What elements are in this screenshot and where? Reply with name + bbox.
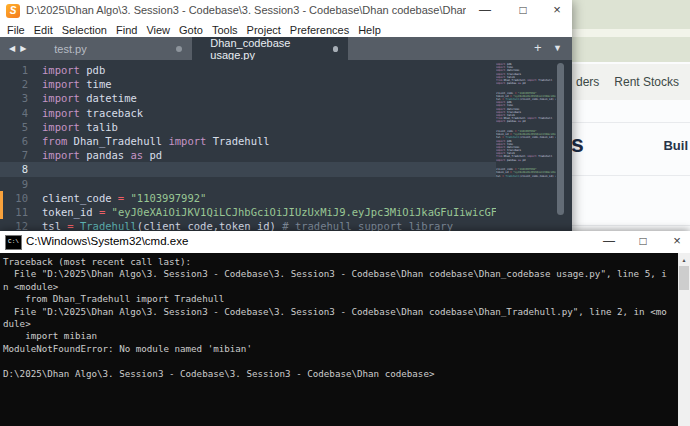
code-area[interactable]: 1import pdb2import time3import datetime4…: [0, 63, 572, 233]
editor-scrollbar[interactable]: [557, 63, 564, 215]
code-line: 8: [0, 162, 556, 176]
console-line: File "D:\2025\Dhan Algo\3. Session3 - Co…: [3, 306, 690, 318]
line-number: 7: [0, 148, 42, 162]
line-number: 4: [0, 106, 42, 120]
menu-help[interactable]: Help: [358, 24, 381, 36]
cmd-window: C:\ C:\Windows\System32\cmd.exe — □ × Tr…: [0, 231, 690, 426]
webpage-banner: [556, 0, 690, 62]
console-output[interactable]: Traceback (most recent call last): File …: [0, 253, 690, 426]
minimize-icon[interactable]: —: [594, 231, 624, 253]
line-number: 6: [0, 134, 42, 148]
divider: [556, 225, 690, 226]
nav-item[interactable]: Rent Stocks: [614, 75, 679, 89]
maximize-icon[interactable]: □: [508, 0, 538, 22]
menu-preferences[interactable]: Preferences: [290, 24, 349, 36]
sublime-icon: S: [6, 4, 20, 18]
line-number: 8: [0, 162, 42, 176]
line-number: 5: [0, 120, 42, 134]
code-line: 11token_id = "eyJ0eXAiOiJKV1QiLCJhbGciOi…: [0, 205, 496, 219]
menu-find[interactable]: Find: [116, 24, 137, 36]
modified-dot-icon: [176, 46, 182, 52]
tab-overflow-icon[interactable]: ▼: [553, 43, 562, 53]
code-line: 3import datetime: [0, 91, 496, 105]
background-webpage: dersRent StocksM s Buil: [556, 0, 690, 256]
cmd-window-title: C:\Windows\System32\cmd.exe: [26, 235, 188, 247]
scrollbar-thumb[interactable]: [679, 266, 689, 290]
code-line: 5import talib: [0, 120, 496, 134]
tab-dhan_codebase-usage.py[interactable]: Dhan_codebase usage.py: [192, 37, 348, 60]
console-line: dule>: [3, 318, 690, 330]
modified-lines-marker: [0, 191, 3, 219]
webpage-banner-band: [556, 29, 690, 37]
tab-test.py[interactable]: test.py: [36, 37, 192, 60]
code-line: 2import time: [0, 77, 496, 91]
scroll-up-icon[interactable]: ▲: [678, 255, 690, 265]
code-line: 10client_code = "1103997992": [0, 191, 496, 205]
line-number: 3: [0, 91, 42, 105]
code-editor[interactable]: 1import pdb2import time3import datetime4…: [0, 60, 572, 233]
line-number: 2: [0, 77, 42, 91]
webpage-navbar: dersRent StocksM: [556, 64, 690, 100]
webpage-link[interactable]: Buil: [663, 138, 688, 153]
code-line: 1import pdb: [0, 63, 496, 77]
console-scrollbar[interactable]: ▲: [678, 253, 690, 426]
minimize-icon[interactable]: —: [470, 0, 500, 22]
menu-file[interactable]: File: [7, 24, 25, 36]
close-icon[interactable]: ×: [542, 0, 572, 22]
menu-selection[interactable]: Selection: [62, 24, 107, 36]
webpage-heading: s: [571, 131, 584, 158]
code-line: 9: [0, 177, 496, 191]
sublime-window: S D:\2025\Dhan Algo\3. Session3 - Codeba…: [0, 0, 572, 233]
console-text: Traceback (most recent call last): File …: [0, 253, 690, 380]
console-line: File "D:\2025\Dhan Algo\3. Session3 - Co…: [3, 268, 690, 280]
tab-label: Dhan_codebase usage.py: [210, 37, 332, 61]
modified-dot-icon: [333, 46, 339, 52]
line-number: 9: [0, 177, 42, 191]
console-line: [3, 355, 690, 367]
desktop: dersRent StocksM s Buil S D:\2025\Dhan A…: [0, 0, 690, 426]
divider: [556, 175, 690, 176]
console-line: from Dhan_Tradehull import Tradehull: [3, 293, 690, 305]
menu-edit[interactable]: Edit: [34, 24, 53, 36]
console-line: n <module>: [3, 281, 690, 293]
window-title: D:\2025\Dhan Algo\3. Session3 - Codebase…: [26, 4, 466, 16]
new-tab-icon[interactable]: +: [534, 40, 542, 55]
menubar: FileEditSelectionFindViewGotoToolsProjec…: [0, 22, 572, 37]
console-line: D:\2025\Dhan Algo\3. Session3 - Codebase…: [3, 368, 690, 380]
tab-scroll-arrows[interactable]: ◀▶: [0, 37, 36, 60]
close-icon[interactable]: ×: [662, 231, 690, 253]
sublime-titlebar[interactable]: S D:\2025\Dhan Algo\3. Session3 - Codeba…: [0, 0, 572, 22]
code-line: 6from Dhan_Tradehull import Tradehull: [0, 134, 496, 148]
nav-item[interactable]: ders: [576, 75, 599, 89]
line-number: 10: [0, 191, 42, 205]
minimap[interactable]: import pdbimport timeimport datetimeimpo…: [496, 60, 556, 233]
tab-label: test.py: [54, 43, 86, 55]
maximize-icon[interactable]: □: [628, 231, 658, 253]
tabs: test.pyDhan_codebase usage.py: [36, 37, 348, 60]
menu-project[interactable]: Project: [247, 24, 281, 36]
menu-view[interactable]: View: [146, 24, 170, 36]
line-number: 1: [0, 63, 42, 77]
console-line: import mibian: [3, 330, 690, 342]
cmd-icon: C:\: [5, 235, 22, 250]
tab-next-icon[interactable]: ▶: [20, 44, 26, 53]
console-line: Traceback (most recent call last):: [3, 256, 690, 268]
tab-bar: ◀▶ test.pyDhan_codebase usage.py + ▼: [0, 37, 572, 60]
cmd-titlebar[interactable]: C:\ C:\Windows\System32\cmd.exe — □ ×: [0, 231, 690, 253]
menu-tools[interactable]: Tools: [212, 24, 238, 36]
divider: [556, 122, 690, 123]
code-line: 4import traceback: [0, 106, 496, 120]
line-number: 11: [0, 205, 42, 219]
menu-goto[interactable]: Goto: [179, 24, 203, 36]
tab-prev-icon[interactable]: ◀: [9, 44, 15, 53]
console-line: ModuleNotFoundError: No module named 'mi…: [3, 343, 690, 355]
code-line: 7import pandas as pd: [0, 148, 496, 162]
